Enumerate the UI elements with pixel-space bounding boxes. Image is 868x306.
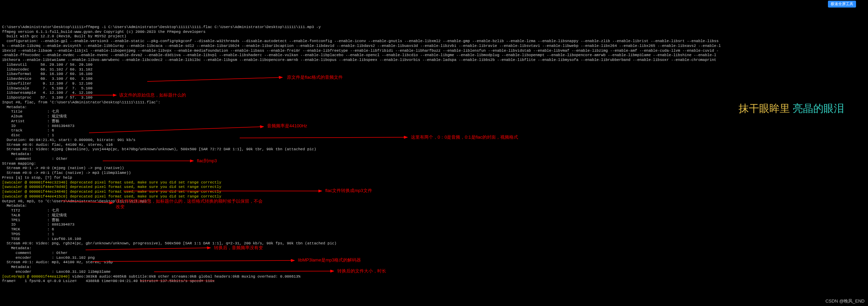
annotation-output-metadata: 该文件的原始信息，如标题什么的，这些格式转换的额时候予以保留，不会改变 [116, 199, 263, 210]
lib-line: libpostproc 57. 3.100 / 57. 3.100 [2, 95, 92, 100]
stream-video: Stream #0:1: Video: mjpeg (Baseline), yu… [2, 147, 316, 151]
fullscreen-tool-button[interactable]: 极速全屏工具 [828, 1, 856, 8]
out-stream1-meta: Metadata: [2, 265, 32, 269]
annotation-source-format: 原文件是flac格式的音频文件 [287, 75, 343, 80]
terminal-output: C:\Users\Administrator\Desktop\11111>ffm… [0, 19, 868, 285]
lib-line: libswscale 7. 5.100 / 7. 5.100 [2, 86, 92, 90]
config-line: ibtheora --enable-libtwolame --enable-li… [2, 58, 716, 62]
lib-line: libavcodec 60. 31.102 / 60. 31.102 [2, 67, 92, 72]
annotation-libmp3lame: libMP3lame是mp3格式的解码器 [298, 257, 361, 263]
out-meta-tsse: TSSE : Lavf60.16.100 [2, 237, 81, 241]
annotation-output-size: 转换后的文件大小，时长 [337, 268, 386, 274]
frame-line: frame= 1 fps=0.4 q=-0.0 Lsize= 4388kB ti… [2, 279, 215, 283]
out-meta: Metadata: [2, 204, 27, 208]
meta-title: Title : 七月 [2, 110, 59, 114]
input-header: Input #0, flac, from 'C:\Users\Administr… [2, 100, 160, 104]
map1: Stream #0:1 -> #0:0 (mjpeg (native) -> p… [2, 166, 124, 170]
duration-line: Duration: 00:04:21.41, start: 0.000000, … [2, 138, 135, 142]
lib-line: libavutil 58. 29.100 / 58. 29.100 [2, 63, 92, 67]
meta-track: track : 6 [2, 128, 54, 132]
out-stream0-meta: Metadata: [2, 246, 32, 250]
summary-rest: video:303kB audio:4085kB subtitle:0kB ot… [72, 275, 301, 279]
watermark: CSDN @晚风_END [826, 298, 865, 304]
swscaler-warn: [swscaler @ 000001f44ee78d40] deprecated… [2, 185, 221, 189]
out-stream0-encoder: encoder : Lavc60.31.102 png [2, 256, 95, 260]
out-meta-tpe1: TPE1 : 曹杨 [2, 218, 59, 222]
config-line: ibxvid --enable-libaom --enable-libjxl -… [2, 49, 719, 53]
swscaler-warn: [swscaler @ 000001f44ec34840] deprecated… [2, 190, 221, 194]
config-line: configuration: --enable-gpl --enable-ver… [2, 39, 719, 43]
lib-line: libavdevice 60. 3.100 / 60. 3.100 [2, 77, 92, 81]
config-line: -enable-ffnvcodec --enable-nvdec --enabl… [2, 53, 716, 57]
summary-line: [out#0/mp3 @ 000001f44ea12040] video:303… [2, 275, 300, 279]
stream-audio: Stream #0:0: Audio: flac, 44100 Hz, ster… [2, 143, 113, 147]
config-line: h --enable-libzmq --enable-avisynth --en… [2, 44, 721, 48]
meta-album: Album : 规定情境 [2, 114, 67, 118]
summary-tag: [out#0/mp3 @ 000001f44ea12040] [2, 275, 72, 279]
out-meta-id: ID : 8881394873 [2, 222, 74, 227]
annotation-flac-to-mp3: flac到mp3 [197, 158, 217, 164]
annotation-sample-rate: 音频频率是44100Hz [267, 123, 307, 129]
press-line: Press [q] to stop, [?] for help [2, 176, 72, 180]
out-meta-tit2: TIT2 : 七月 [2, 208, 59, 213]
out-meta-tpos: TPOS : 1 [2, 232, 54, 236]
lib-line: libswresample 4. 12.100 / 4. 12.100 [2, 91, 92, 95]
annotation-metadata: 该文件的原始信息，如标题什么的 [119, 92, 186, 98]
lyric-part1: 抹干眼眸里 [739, 103, 793, 114]
swscaler-warn: [swscaler @ 000001f44ec32340] deprecated… [2, 180, 221, 184]
out-stream1-encoder: encoder : Lavc60.31.102 libmp3lame [2, 270, 111, 274]
stream-mapping: Stream mapping: [2, 162, 36, 166]
out-stream1: Stream #0:1: Audio: mp3, 44100 Hz, stere… [2, 260, 113, 264]
annotation-streams: 这里有两个，0：0是音频，0:1是flac的封面，视频格式 [411, 135, 518, 140]
out-meta-trck: TRCK : 6 [2, 227, 54, 231]
annotation-output-rate: 转换后，音频频率没有变 [214, 245, 263, 251]
map2: Stream #0:0 -> #0:1 (flac (native) -> mp… [2, 171, 131, 175]
comment: comment : Other [2, 157, 67, 161]
bitrate-struck: bitrate= 137.5kbits/s speed= 110x [140, 279, 215, 283]
command-line: C:\Users\Administrator\Desktop\11111>ffm… [2, 25, 321, 29]
swscaler-warn: [swscaler @ 000001f44ee415c0] deprecated… [2, 194, 221, 199]
out-stream0: Stream #0:0: Video: png, rgb24(pc, gbr/u… [2, 241, 337, 245]
lib-line: libavfilter 9. 12.100 / 9. 12.100 [2, 81, 92, 86]
out-stream0-comment: comment : Other [2, 251, 67, 255]
meta2: Metadata: [2, 152, 32, 156]
lib-line: libavformat 60. 16.100 / 60. 16.100 [2, 72, 92, 76]
built-line: built with gcc 12.2.0 (Rev10, Built by M… [2, 34, 126, 38]
meta-disc: disc : 1 [2, 133, 54, 137]
out-meta-talb: TALB : 规定情境 [2, 213, 67, 217]
metadata-label: Metadata: [2, 105, 27, 109]
lyric-overlay: 抹干眼眸里 亮晶的眼泪 [733, 89, 844, 115]
version-line: ffmpeg version 6.1.1-full_build-www.gyan… [2, 30, 205, 34]
annotation-output-file: flac文件转换成mp3文件 [325, 188, 372, 193]
lyric-part2: 亮晶的眼泪 [793, 103, 844, 114]
frame-info: frame= 1 fps=0.4 q=-0.0 Lsize= 4388kB ti… [2, 279, 140, 283]
meta-id: ID : 8881394873 [2, 124, 74, 128]
meta-artist: Artist : 曹杨 [2, 119, 59, 123]
